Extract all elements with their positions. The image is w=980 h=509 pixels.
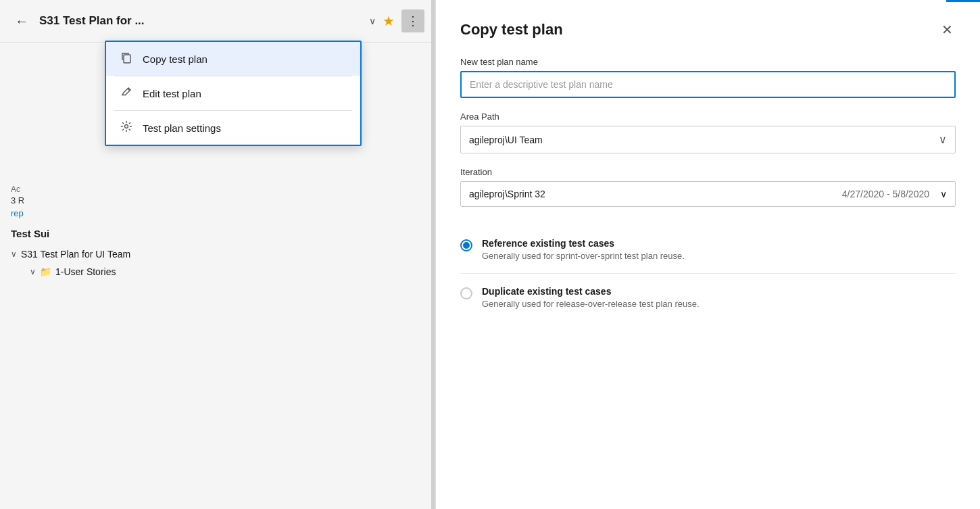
radio-options-section: Reference existing test cases Generally … xyxy=(460,226,956,321)
chevron-down-icon[interactable]: ∨ xyxy=(369,16,376,26)
menu-item-settings[interactable]: Test plan settings xyxy=(106,111,360,145)
scrollbar[interactable] xyxy=(431,0,435,509)
iteration-chevron-icon: ∨ xyxy=(940,189,947,199)
iteration-right: 4/27/2020 - 5/8/2020 ∨ xyxy=(842,189,947,199)
radio-reference-desc: Generally used for sprint-over-sprint te… xyxy=(482,251,685,261)
tree-chevron-icon: ∨ xyxy=(11,249,17,259)
iteration-section: Iteration agileproj\Sprint 32 4/27/2020 … xyxy=(460,167,956,207)
radio-reference-circle xyxy=(460,239,472,251)
radio-option-duplicate[interactable]: Duplicate existing test cases Generally … xyxy=(460,274,956,321)
edit-icon xyxy=(120,86,133,101)
area-path-section: Area Path agileproj\UI Team ∨ xyxy=(460,112,956,153)
iteration-date: 4/27/2020 - 5/8/2020 xyxy=(842,189,929,199)
radio-duplicate-text: Duplicate existing test cases Generally … xyxy=(482,286,700,309)
panel-title: Copy test plan xyxy=(460,21,563,39)
top-bar: ← S31 Test Plan for ... ∨ ★ ⋮ xyxy=(0,0,435,43)
tree-item-user-stories-label: 1-User Stories xyxy=(55,266,116,277)
radio-duplicate-circle xyxy=(460,287,472,299)
iteration-label: Iteration xyxy=(460,167,956,177)
radio-option-reference[interactable]: Reference existing test cases Generally … xyxy=(460,226,956,274)
ellipsis-icon: ⋮ xyxy=(407,14,419,28)
area-path-select[interactable]: agileproj\UI Team ∨ xyxy=(460,126,956,153)
radio-reference-title: Reference existing test cases xyxy=(482,238,685,249)
test-plan-name-input[interactable] xyxy=(460,71,956,98)
copy-icon xyxy=(120,51,133,66)
name-field-section: New test plan name xyxy=(460,57,956,112)
tree-chevron-child-icon: ∨ xyxy=(30,267,36,276)
area-path-label: Area Path xyxy=(460,112,956,122)
label-row: Ac xyxy=(11,185,424,194)
close-button[interactable]: ✕ xyxy=(939,19,956,41)
menu-item-copy[interactable]: Copy test plan xyxy=(106,42,360,76)
section-header: Test Sui xyxy=(11,228,424,239)
radio-reference-text: Reference existing test cases Generally … xyxy=(482,238,685,261)
name-field-label: New test plan name xyxy=(460,57,956,67)
svg-rect-0 xyxy=(124,55,130,63)
panel-header: Copy test plan ✕ xyxy=(460,19,956,41)
left-panel: ← S31 Test Plan for ... ∨ ★ ⋮ Copy test … xyxy=(0,0,436,509)
copy-test-plan-label: Copy test plan xyxy=(143,53,207,65)
radio-duplicate-title: Duplicate existing test cases xyxy=(482,286,700,297)
iteration-select[interactable]: agileproj\Sprint 32 4/27/2020 - 5/8/2020… xyxy=(460,181,956,207)
menu-item-edit[interactable]: Edit test plan xyxy=(106,76,360,110)
test-plan-settings-label: Test plan settings xyxy=(143,122,221,134)
star-icon[interactable]: ★ xyxy=(383,13,395,29)
gear-icon xyxy=(120,120,133,135)
tree-item-plan[interactable]: ∨ S31 Test Plan for UI Team xyxy=(11,249,424,260)
tree-item-user-stories[interactable]: ∨ 📁 1-User Stories xyxy=(30,266,424,277)
count-row: 3 R xyxy=(11,195,424,205)
plan-title: S31 Test Plan for ... xyxy=(39,14,362,28)
edit-test-plan-label: Edit test plan xyxy=(143,88,201,99)
link-row[interactable]: rep xyxy=(11,208,424,218)
back-button[interactable]: ← xyxy=(11,12,32,30)
svg-point-1 xyxy=(125,125,128,128)
right-panel: Copy test plan ✕ New test plan name Area… xyxy=(436,0,980,509)
tree-item-plan-label: S31 Test Plan for UI Team xyxy=(21,249,130,260)
top-border-accent xyxy=(946,0,980,2)
iteration-value: agileproj\Sprint 32 xyxy=(469,189,545,199)
area-path-value: agileproj\UI Team xyxy=(469,135,543,145)
context-menu: Copy test plan Edit test plan Test plan … xyxy=(105,41,362,146)
more-options-button[interactable]: ⋮ xyxy=(401,9,424,32)
folder-icon: 📁 xyxy=(40,266,51,277)
area-path-chevron-icon: ∨ xyxy=(939,133,947,146)
radio-duplicate-desc: Generally used for release-over-release … xyxy=(482,299,700,309)
